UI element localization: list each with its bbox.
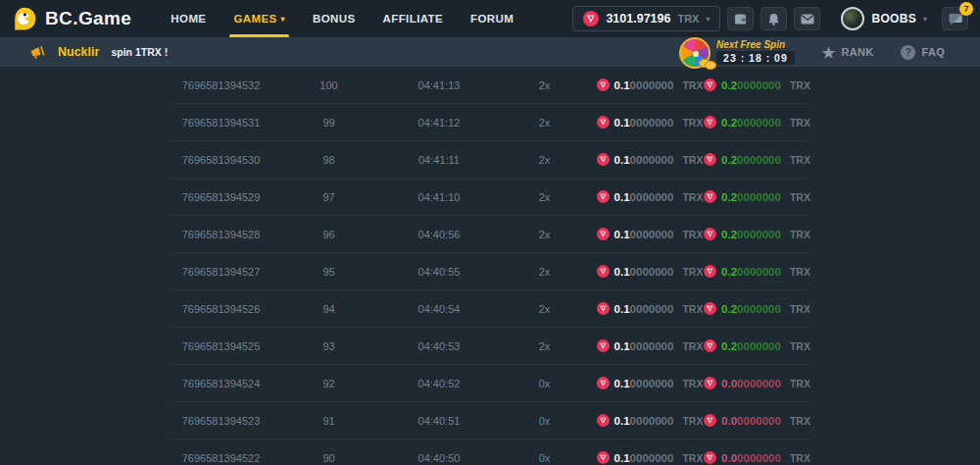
bet-amount-value: 0.10000000 [614,266,674,278]
nav-item-home[interactable]: HOME [157,0,220,37]
trx-coin-icon [597,116,610,129]
currency-label: TRX [682,340,703,352]
roll-number: 94 [272,303,385,315]
bet-multiplier: 2x [493,266,596,278]
bet-amount-value: 0.10000000 [614,340,674,352]
user-menu[interactable]: BOOBS ▾ [841,7,927,30]
trx-coin-icon [597,377,610,389]
free-spin-countdown: 23 : 18 : 09 [716,51,795,65]
bet-id: 7696581394531 [170,117,272,129]
payout-amount-value: 0.20000000 [721,79,781,91]
payout-amount-value: 0.20000000 [721,117,781,129]
payout-amount: 0.20000000 TRX [704,339,810,352]
bet-id: 7696581394523 [170,415,272,427]
wallet-button[interactable] [727,7,754,30]
nav-item-forum[interactable]: FORUM [457,0,527,37]
currency-label: TRX [682,415,703,427]
payout-amount-value: 0.20000000 [721,229,781,240]
bet-time: 04:40:50 [385,452,493,464]
trx-coin-icon [704,153,716,166]
bet-time: 04:41:10 [385,191,493,203]
table-row[interactable]: 7696581394525 93 04:40:53 2x 0.10000000 … [170,328,810,365]
messages-button[interactable] [794,7,820,30]
payout-amount: 0.20000000 TRX [704,78,810,91]
bet-time: 04:40:52 [385,378,493,389]
star-icon: ★ [822,45,836,60]
username: BOOBS [871,12,916,26]
nav-item-games[interactable]: GAMES ▾ [220,0,299,37]
bet-multiplier: 2x [493,303,596,315]
bet-amount: 0.10000000 TRX [596,414,704,427]
roll-number: 97 [272,191,385,203]
chevron-down-icon: ▾ [281,15,285,24]
bet-id: 7696581394527 [170,266,272,278]
balance-selector[interactable]: 3101.97196 TRX ▾ [572,6,720,31]
trx-coin-icon [597,228,610,240]
currency-label: TRX [790,117,810,129]
bet-id: 7696581394528 [170,229,272,240]
payout-amount-value: 0.00000000 [721,415,781,427]
bet-multiplier: 2x [493,117,596,129]
chat-toggle-button[interactable]: 7 [942,7,968,30]
notifications-button[interactable] [760,7,787,30]
main-content: 7696581394532 100 04:41:13 2x 0.10000000… [0,67,980,465]
bet-amount: 0.10000000 TRX [596,377,704,389]
table-row[interactable]: 7696581394532 100 04:41:13 2x 0.10000000… [170,67,810,104]
table-row[interactable]: 7696581394529 97 04:41:10 2x 0.10000000 … [170,179,810,216]
trx-coin-icon [597,265,610,278]
currency-label: TRX [790,229,810,240]
chat-badge: 7 [959,2,973,16]
payout-amount-value: 0.20000000 [721,266,781,278]
table-row[interactable]: 7696581394530 98 04:41:11 2x 0.10000000 … [170,141,810,179]
nav-item-bonus[interactable]: BONUS [299,0,369,37]
table-row[interactable]: 7696581394524 92 04:40:52 0x 0.10000000 … [170,365,810,402]
payout-amount: 0.00000000 TRX [704,414,810,427]
currency-label: TRX [682,79,703,91]
bet-amount: 0.10000000 TRX [596,265,704,278]
free-spin-label: Next Free Spin [716,39,795,50]
table-row[interactable]: 7696581394531 99 04:41:12 2x 0.10000000 … [170,104,810,141]
trx-coin-icon [597,190,610,203]
nav-item-affiliate[interactable]: AFFILIATE [369,0,458,37]
bet-time: 04:40:53 [385,340,493,352]
roll-number: 99 [272,117,385,129]
brand-logo[interactable]: BC.Game [12,6,131,31]
bet-amount: 0.10000000 TRX [596,302,704,315]
roll-number: 98 [272,154,385,166]
table-row[interactable]: 7696581394523 91 04:40:51 0x 0.10000000 … [170,402,810,439]
bet-id: 7696581394530 [170,154,272,166]
announcement-bar: Nucklir spin 1TRX ! Next Free Spin 23 : … [0,37,980,67]
bet-amount-value: 0.10000000 [614,154,674,166]
currency-label: TRX [682,378,703,389]
trx-coin-icon [704,414,716,427]
chat-icon [949,13,962,26]
currency-label: TRX [790,79,810,91]
envelope-icon [801,14,814,25]
bet-amount: 0.10000000 TRX [596,190,704,203]
currency-label: TRX [682,154,703,166]
currency-label: TRX [790,303,810,315]
currency-label: TRX [682,303,703,315]
megaphone-icon [29,45,46,60]
payout-amount: 0.20000000 TRX [704,153,810,166]
brand-name: BC.Game [45,8,131,29]
faq-button[interactable]: ? FAQ [901,45,945,60]
bet-amount-value: 0.10000000 [614,117,674,129]
announcement-link[interactable]: Nucklir spin 1TRX ! [29,45,168,60]
bet-time: 04:40:55 [385,266,493,278]
bet-amount-value: 0.10000000 [614,415,674,427]
bet-multiplier: 2x [493,229,596,240]
trx-coin-icon [704,451,716,464]
free-spin-widget[interactable]: Next Free Spin 23 : 18 : 09 [679,36,795,68]
table-row[interactable]: 7696581394528 96 04:40:56 2x 0.10000000 … [170,216,810,253]
table-row[interactable]: 7696581394527 95 04:40:55 2x 0.10000000 … [170,253,810,290]
rank-button[interactable]: ★ RANK [822,45,874,60]
currency-label: TRX [682,229,703,240]
bcgame-mascot-icon [12,6,37,31]
table-row[interactable]: 7696581394526 94 04:40:54 2x 0.10000000 … [170,290,810,328]
table-row[interactable]: 7696581394522 90 04:40:50 0x 0.10000000 … [170,439,810,465]
trx-coin-icon [597,414,610,427]
currency-label: TRX [682,117,703,129]
trx-coin-icon [597,78,610,91]
roll-number: 100 [272,79,385,91]
